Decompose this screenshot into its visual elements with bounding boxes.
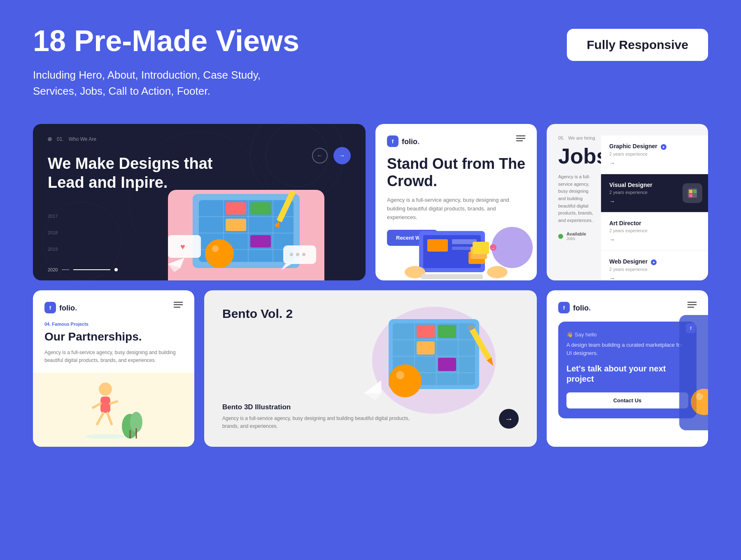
- jobs-section-num: 05.: [558, 135, 564, 140]
- jobs-section-label: We are hiring: [568, 135, 595, 140]
- partnerships-logo-icon: f: [44, 302, 56, 313]
- job-title-graphic: Graphic Designer ●: [609, 143, 700, 150]
- hamburger-p-line-2: [174, 304, 183, 305]
- svg-rect-67: [417, 341, 435, 355]
- card-hero: 01. Who We Are ← → We Make Designs that …: [33, 124, 366, 280]
- svg-point-25: [296, 253, 299, 256]
- hamburger-line-2: [516, 138, 525, 139]
- available-text: Available Jobs: [566, 231, 586, 241]
- bento-illustration-area: [356, 299, 512, 422]
- svg-point-69: [389, 364, 422, 397]
- partnerships-section-label: 04. Famous Projects: [44, 322, 183, 327]
- svg-rect-15: [250, 235, 271, 247]
- contact-say-hello: 👋 Say hello: [566, 331, 688, 338]
- subtitle: Including Hero, About, Introduction, Cas…: [33, 67, 288, 99]
- timeline-2019: 2019: [48, 247, 58, 252]
- contact-logo: f folio.: [558, 302, 697, 313]
- svg-rect-31: [427, 239, 448, 252]
- svg-line-49: [110, 401, 117, 404]
- svg-point-76: [691, 389, 708, 415]
- card-jobs: 05. We are hiring Jobs Agency is a full-…: [547, 124, 708, 280]
- hero-nav-dot: [48, 137, 52, 141]
- job-item-graphic-designer[interactable]: Graphic Designer ● 2 years experience →: [601, 135, 708, 174]
- visual-designer-icon: [683, 183, 702, 203]
- wave-emoji: 👋: [566, 331, 573, 338]
- contact-hamburger-line-1: [687, 302, 697, 303]
- job-title-web: Web Designer ●: [609, 258, 700, 265]
- svg-text:→: →: [491, 246, 495, 250]
- contact-hamburger[interactable]: [687, 302, 697, 308]
- contact-logo-text: folio.: [573, 303, 591, 313]
- partnerships-hamburger[interactable]: [174, 302, 183, 308]
- job-icon-graphic: ●: [661, 144, 666, 150]
- cards-grid: 01. Who We Are ← → We Make Designs that …: [0, 116, 741, 447]
- job-arrow-art: →: [609, 236, 700, 243]
- job-arrow-web: →: [609, 275, 700, 280]
- svg-rect-38: [473, 242, 489, 254]
- jobs-desc: Agency is a full-service agency, busy de…: [558, 173, 597, 224]
- timeline-2017: 2017: [48, 214, 58, 219]
- hamburger-p-line-3: [174, 307, 180, 308]
- logo-text: folio.: [402, 137, 420, 146]
- job-exp-art: 2 years experience: [609, 228, 700, 233]
- svg-text:♥: ♥: [180, 242, 185, 251]
- svg-point-24: [290, 253, 293, 256]
- timeline-progress: [73, 269, 110, 270]
- jobs-left: 05. We are hiring Jobs Agency is a full-…: [558, 135, 597, 241]
- svg-rect-45: [689, 194, 692, 197]
- svg-line-48: [93, 404, 100, 408]
- hero-nav: 01. Who We Are: [48, 136, 351, 142]
- job-list: Graphic Designer ● 2 years experience → …: [601, 135, 708, 280]
- job-item-web-designer[interactable]: Web Designer ● 2 years experience →: [601, 251, 708, 280]
- svg-rect-43: [689, 190, 692, 193]
- contact-hamburger-line-3: [687, 307, 694, 308]
- header: 18 Pre-Made Views Including Hero, About,…: [0, 0, 741, 116]
- svg-rect-39: [421, 274, 483, 279]
- card-contact: f folio. 👋 Say hello A design team build…: [547, 290, 708, 447]
- svg-point-35: [487, 266, 508, 278]
- job-title-art: Art Director: [609, 220, 700, 226]
- svg-point-26: [302, 253, 305, 256]
- contact-description: A design team building a curated marketp…: [566, 341, 688, 357]
- jobs-available: Available Jobs: [558, 231, 597, 241]
- contact-inner: 👋 Say hello A design team building a cur…: [558, 322, 697, 418]
- next-arrow[interactable]: →: [333, 147, 351, 164]
- partnerships-logo: f folio.: [44, 302, 183, 313]
- available-dot: [558, 234, 563, 239]
- svg-rect-65: [417, 325, 435, 338]
- prev-arrow[interactable]: ←: [312, 148, 328, 163]
- hamburger-menu[interactable]: [516, 135, 525, 141]
- svg-rect-44: [693, 190, 697, 193]
- partnerships-title: Our Partnerships.: [44, 330, 183, 344]
- standout-logo: f folio.: [387, 135, 525, 147]
- jobs-meta: 05. We are hiring: [558, 135, 597, 140]
- job-item-art-director[interactable]: Art Director 2 years experience →: [601, 212, 708, 251]
- card-partnerships: f folio. 04. Famous Projects Our Partner…: [33, 290, 194, 447]
- available-label: Available: [566, 231, 586, 236]
- svg-rect-33: [452, 247, 471, 250]
- contact-logo-icon: f: [558, 302, 570, 313]
- timeline-2018: 2018: [48, 230, 58, 235]
- contact-us-button[interactable]: Contact Us: [566, 392, 688, 408]
- svg-point-17: [212, 245, 219, 252]
- hamburger-line-3: [516, 140, 523, 141]
- partnerships-logo-text: folio.: [59, 303, 77, 313]
- svg-point-16: [205, 239, 234, 268]
- job-item-visual-designer[interactable]: Visual Designer 2 years experience →: [601, 174, 708, 212]
- contact-cta: Let's talk about your next project: [566, 364, 688, 384]
- hamburger-p-line-1: [174, 302, 183, 303]
- svg-rect-68: [438, 358, 456, 371]
- contact-card-icon: f: [686, 323, 696, 333]
- hero-section-label: Who We Are: [69, 136, 96, 142]
- fully-responsive-badge: Fully Responsive: [567, 29, 708, 61]
- partnerships-illustration: [33, 373, 194, 447]
- header-left: 18 Pre-Made Views Including Hero, About,…: [33, 25, 299, 99]
- svg-line-50: [97, 413, 103, 424]
- timeline-2020: 2020: [48, 267, 58, 272]
- jobs-title: Jobs: [558, 145, 597, 167]
- hero-section-num: 01.: [57, 136, 64, 142]
- timeline-2020-row: 2020: [48, 267, 118, 272]
- timeline-dash: [62, 269, 69, 270]
- svg-rect-66: [438, 325, 456, 338]
- svg-line-51: [107, 413, 112, 424]
